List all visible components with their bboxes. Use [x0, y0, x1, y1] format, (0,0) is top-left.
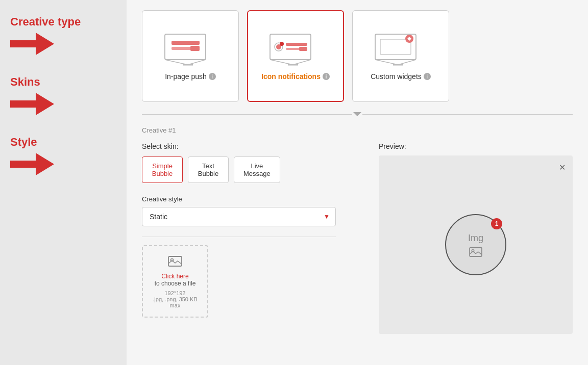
card-in-page-push[interactable]: In-page push i: [142, 10, 239, 102]
creative-type-cards: In-page push i: [142, 10, 573, 102]
preview-img-label: Img: [468, 233, 483, 244]
preview-box: ✕ Img 1: [379, 155, 573, 334]
upload-format: .jpg, .png, 350 KB max: [149, 296, 201, 308]
preview-close-button[interactable]: ✕: [559, 163, 566, 172]
upload-sub-text: to choose a file: [149, 280, 201, 287]
creative-number: Creative #1: [142, 126, 573, 134]
card-label-icon-notifications: Icon notifications i: [261, 72, 330, 81]
svg-rect-16: [299, 47, 307, 51]
skins-label: Skins: [10, 75, 116, 89]
svg-point-13: [280, 42, 284, 46]
svg-rect-6: [190, 46, 200, 51]
form-divider: [142, 237, 336, 237]
preview-section: Preview: ✕ Img 1: [379, 142, 573, 334]
style-select-wrapper: Static Animated ▼: [142, 207, 336, 226]
creative-type-label: Creative type: [10, 15, 116, 29]
info-icon-in-page-push[interactable]: i: [209, 73, 216, 80]
svg-rect-25: [470, 247, 482, 256]
skin-btn-simple-bubble[interactable]: SimpleBubble: [142, 157, 183, 183]
sidebar-section-style: Style: [10, 136, 116, 175]
card-icon-custom-widgets: [373, 32, 429, 67]
card-icon-in-page-push: [162, 32, 218, 67]
svg-rect-14: [286, 43, 307, 46]
arrow-body-style: [10, 161, 36, 168]
svg-rect-15: [286, 48, 301, 50]
custom-widgets-svg: [373, 32, 429, 67]
upload-image-icon: [149, 254, 201, 270]
skin-btn-live-message[interactable]: LiveMessage: [234, 157, 280, 183]
upload-size: 192*192: [149, 290, 201, 296]
sidebar-section-creative-type: Creative type: [10, 15, 116, 55]
svg-rect-5: [172, 47, 192, 50]
preview-circle: Img 1: [445, 214, 506, 275]
form-section: Select skin: SimpleBubble TextBubble Liv…: [142, 142, 363, 318]
creative-style-label: Creative style: [142, 195, 363, 203]
svg-rect-21: [380, 39, 411, 55]
card-label-custom-widgets: Custom widgets i: [371, 72, 431, 81]
sidebar-section-skins: Skins: [10, 75, 116, 115]
arrow-head: [36, 33, 54, 55]
divider-arrow: [353, 112, 361, 116]
style-select[interactable]: Static Animated: [142, 207, 336, 226]
card-label-in-page-push: In-page push i: [165, 72, 216, 81]
divider-line-right: [362, 114, 573, 115]
main-content: In-page push i: [127, 0, 588, 365]
in-page-push-svg: [162, 32, 218, 67]
skin-btn-text-bubble[interactable]: TextBubble: [188, 157, 229, 183]
preview-label: Preview:: [379, 142, 573, 150]
preview-badge: 1: [491, 218, 502, 229]
skin-buttons: SimpleBubble TextBubble LiveMessage: [142, 157, 363, 183]
style-label: Style: [10, 136, 116, 149]
svg-rect-23: [168, 256, 182, 266]
preview-img-content: Img: [468, 233, 483, 257]
arrow-head-style: [36, 153, 54, 175]
divider-section: [142, 112, 573, 116]
arrow-body: [10, 40, 36, 47]
upload-click-text[interactable]: Click here: [149, 273, 201, 280]
card-custom-widgets[interactable]: Custom widgets i: [352, 10, 449, 102]
upload-area[interactable]: Click here to choose a file 192*192 .jpg…: [142, 245, 208, 318]
info-icon-custom-widgets[interactable]: i: [424, 73, 431, 80]
info-icon-icon-notifications[interactable]: i: [323, 73, 330, 80]
arrow-head-skins: [36, 93, 54, 115]
section-layout: Select skin: SimpleBubble TextBubble Liv…: [142, 142, 573, 334]
card-icon-notifications[interactable]: Icon notifications i: [247, 10, 344, 102]
divider-line-left: [142, 114, 352, 115]
arrow-body-skins: [10, 100, 36, 108]
icon-notifications-svg: [267, 32, 324, 67]
svg-rect-4: [172, 41, 200, 45]
card-icon-icon-notifications: [267, 32, 324, 67]
skins-arrow: [10, 93, 116, 115]
preview-image-icon: [469, 246, 482, 257]
sidebar: Creative type Skins Style: [0, 0, 127, 365]
select-skin-label: Select skin:: [142, 142, 363, 150]
style-arrow: [10, 153, 116, 175]
creative-type-arrow: [10, 33, 116, 55]
